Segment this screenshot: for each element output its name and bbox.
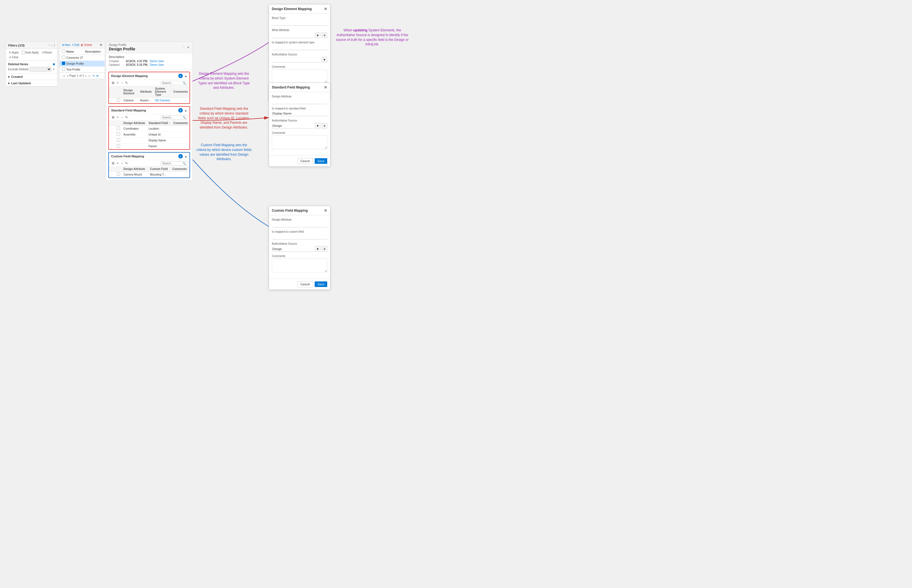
last-page-btn[interactable]: ▶| [89, 74, 92, 77]
de-attribute-header: Attribute [138, 86, 153, 97]
sf-is-mapped-input[interactable] [272, 111, 327, 116]
modal-cf-close[interactable]: ✕ [324, 208, 327, 213]
sf-auth-source-input[interactable] [272, 123, 314, 129]
sf-comments-textarea[interactable] [272, 135, 327, 149]
is-mapped-label: Is mapped to system element type [272, 41, 327, 44]
more-options-icon[interactable]: ⋮ [182, 46, 185, 49]
refresh-btn[interactable]: ↻ [93, 74, 95, 77]
exclude-clear-icon[interactable]: ✕ [53, 68, 55, 71]
cf-auth-source-clear-btn[interactable]: ✕ [322, 246, 327, 252]
created-user-link[interactable]: Demo User [150, 60, 164, 63]
list-item[interactable]: Design Profile [60, 61, 105, 67]
modal-sf-close[interactable]: ✕ [324, 85, 327, 90]
sf-row-checkbox-4[interactable] [117, 144, 120, 147]
write-attribute-select-btn[interactable]: ▼ [315, 32, 321, 38]
cf-remove-icon[interactable]: − [120, 161, 123, 165]
table-row[interactable]: ⋮ Camera Mount Mounting T... [109, 172, 189, 178]
sf-comments-cell-2 [171, 132, 189, 137]
expand-icon[interactable]: ↓ [51, 44, 53, 47]
cf-design-attribute-input[interactable] [272, 222, 327, 227]
write-attribute-input[interactable] [272, 33, 314, 38]
last-updated-section-header[interactable]: ▶ Last Updated [8, 81, 55, 85]
sf-edit-icon[interactable]: ✎ [124, 115, 129, 120]
modal-sf-save-btn[interactable]: Save [315, 158, 327, 164]
block-type-input[interactable] [272, 21, 327, 26]
apply-button[interactable]: ↻ Apply [8, 51, 19, 54]
de-remove-icon[interactable]: − [120, 81, 123, 85]
modal-cf-cancel-btn[interactable]: Cancel [297, 281, 313, 287]
sf-comments-cell-3 [171, 137, 189, 143]
sf-row-checkbox-1[interactable] [117, 126, 120, 130]
is-mapped-input[interactable] [272, 45, 327, 50]
auth-source-row-de: ▼ [272, 57, 327, 63]
table-row[interactable]: ⋮ Assembly Unique Id [109, 132, 189, 137]
auth-source-input-de[interactable] [272, 57, 321, 63]
settings-icon[interactable]: ⚙ [100, 43, 102, 47]
next-page-btn[interactable]: ▶ [85, 74, 87, 77]
modal-cf-save-btn[interactable]: Save [315, 281, 327, 287]
cf-auth-source-select-btn[interactable]: ▼ [315, 246, 321, 252]
list-item[interactable]: Connector 27 [60, 55, 105, 61]
standard-field-search-input[interactable] [162, 116, 182, 119]
sf-auth-source-clear-btn[interactable]: ✕ [322, 123, 327, 129]
close-detail-icon[interactable]: ✕ [187, 46, 189, 49]
de-system-link[interactable]: HD Camera [155, 99, 170, 102]
sf-remove-icon[interactable]: − [120, 115, 123, 120]
modal-de-close[interactable]: ✕ [324, 7, 327, 11]
updated-user-link[interactable]: Demo User [150, 63, 164, 66]
design-element-expand-icon[interactable]: ▲ [184, 74, 187, 78]
table-row[interactable]: ⋮ Camera Assem... HD Camera [109, 97, 189, 103]
auto-apply-checkbox[interactable]: Auto Apply [21, 50, 40, 54]
sf-add-icon[interactable]: + [116, 115, 119, 120]
cf-comments-textarea[interactable] [272, 258, 327, 273]
created-section-header[interactable]: ▶ Created [8, 75, 55, 78]
sf-row-checkbox-2[interactable] [117, 132, 120, 136]
filters-panel: Filters (1/3) ↑ ↓ ⟨ ↻ Apply Auto Apply ↺… [6, 42, 57, 87]
de-edit-icon[interactable]: ✎ [124, 81, 129, 85]
select-all-cb[interactable] [62, 50, 65, 53]
sf-row-checkbox-3[interactable] [117, 138, 120, 142]
row-checkbox-3[interactable] [62, 68, 65, 71]
custom-field-expand-icon[interactable]: ▲ [184, 155, 187, 158]
close-panel-icon[interactable]: ⟨ [54, 44, 55, 47]
sf-design-attribute-input[interactable] [272, 99, 327, 104]
edit-button[interactable]: ✎ Edit [72, 44, 79, 47]
more-btn[interactable]: ≫ [96, 74, 99, 77]
auth-source-select-btn-de[interactable]: ▼ [322, 57, 327, 63]
new-button[interactable]: ⊕ New [62, 44, 70, 47]
collapse-icon[interactable]: ↑ [48, 44, 50, 47]
prev-page-btn[interactable]: ◀ [66, 74, 68, 77]
standard-field-expand-icon[interactable]: ▲ [184, 109, 187, 112]
cf-grid-icon[interactable]: ⊞ [111, 161, 115, 165]
custom-field-search-input[interactable] [162, 162, 182, 165]
cf-row-checkbox-1[interactable] [117, 173, 120, 176]
list-item[interactable]: Test Profile [60, 67, 105, 73]
de-row-checkbox[interactable] [117, 98, 120, 102]
de-add-icon[interactable]: + [116, 81, 119, 85]
de-grid-icon[interactable]: ⊞ [111, 81, 115, 85]
delete-button[interactable]: 🗑 Delete [81, 44, 92, 47]
comments-textarea-de[interactable] [272, 69, 327, 83]
modal-sf-cancel-btn[interactable]: Cancel [297, 158, 313, 164]
first-page-btn[interactable]: |◀ [62, 74, 65, 77]
sf-grid-icon[interactable]: ⊞ [111, 115, 115, 120]
row-checkbox-2[interactable] [62, 61, 65, 65]
cf-auth-source-input[interactable] [272, 246, 314, 252]
deleted-items-header[interactable]: Deleted Items [8, 63, 55, 66]
updated-label: Updated [109, 63, 124, 66]
sf-auth-source-select-btn[interactable]: ▼ [315, 123, 321, 129]
row-checkbox-1[interactable] [62, 56, 65, 59]
cf-add-icon[interactable]: + [116, 161, 119, 165]
clear-button[interactable]: ✕ Clear [8, 55, 19, 59]
table-row[interactable]: ⋮ Parent [109, 143, 189, 149]
table-row[interactable]: ⋮ Display Name [109, 137, 189, 143]
table-row[interactable]: ⋮ Coordinates Location [109, 126, 189, 132]
reset-button[interactable]: ↺ Reset [41, 51, 53, 54]
sf-sf-cell-1: Location [147, 126, 171, 132]
cf-is-mapped-input[interactable] [272, 234, 327, 239]
write-attribute-clear-btn[interactable]: ✕ [322, 32, 327, 38]
custom-field-mapping-title: Custom Field Mapping [111, 155, 144, 158]
exclude-deleted-select[interactable] [30, 67, 52, 72]
design-element-search-input[interactable] [162, 81, 182, 84]
cf-edit-icon[interactable]: ✎ [124, 161, 129, 165]
